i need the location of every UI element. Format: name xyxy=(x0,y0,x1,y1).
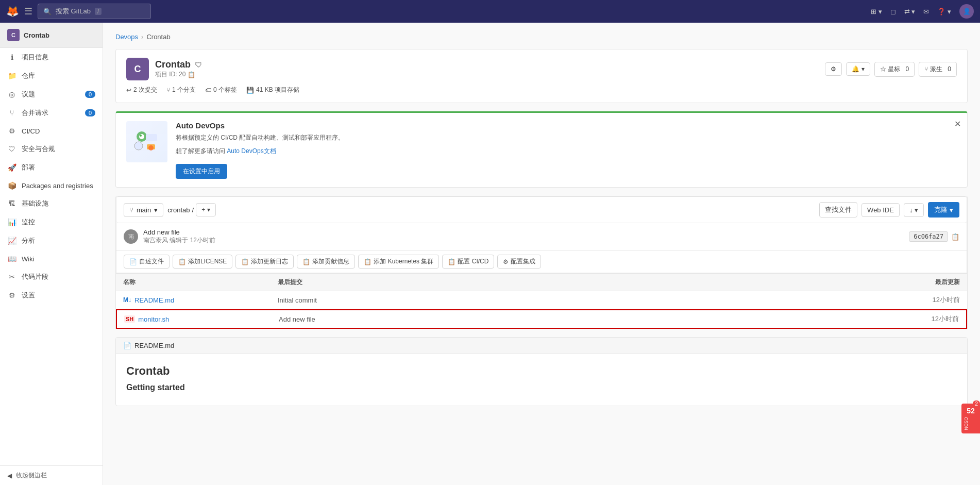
commit-hash-area: 6c06fa27 📋 xyxy=(909,231,959,242)
add-contributing-button[interactable]: 📋 添加贡献信息 xyxy=(297,255,355,269)
committer-avatar: 南 xyxy=(124,229,138,244)
table-row[interactable]: SH monitor.sh Add new file 12小时前 xyxy=(116,309,967,329)
sidebar-item-label: 项目信息 xyxy=(22,53,48,62)
branches-icon: ⑂ xyxy=(166,87,170,94)
tags-stat[interactable]: 🏷 0 个标签 xyxy=(205,86,237,94)
readme-content: Crontab Getting started xyxy=(116,354,967,406)
contributing-icon: 📋 xyxy=(302,258,310,265)
notifications-button[interactable]: 🔔 ▾ xyxy=(846,62,870,76)
readme-subtitle: Getting started xyxy=(126,383,957,392)
clone-button[interactable]: 克隆 ▾ xyxy=(928,202,959,218)
sidebar-item-label: CI/CD xyxy=(22,127,40,135)
repo-actions: 查找文件 Web IDE ↓ ▾ 克隆 ▾ xyxy=(819,202,959,218)
configure-integration-button[interactable]: ⚙ 配置集成 xyxy=(497,255,541,269)
search-bar[interactable]: 🔍 搜索 GitLab / xyxy=(38,4,151,19)
file-link[interactable]: monitor.sh xyxy=(138,315,169,323)
readme-header: 📄 README.md xyxy=(116,338,967,354)
sidebar-item-cicd[interactable]: ⚙ CI/CD xyxy=(0,122,103,140)
repo-path[interactable]: crontab xyxy=(167,206,190,214)
file-date: 12小时前 xyxy=(897,314,959,324)
cicd-icon: ⚙ xyxy=(7,127,16,135)
sidebar-item-analytics[interactable]: 📈 分析 xyxy=(0,231,103,250)
path-breadcrumb: crontab / + ▾ xyxy=(167,203,215,216)
private-icon: 🛡 xyxy=(195,61,202,69)
file-link[interactable]: README.md xyxy=(134,296,174,304)
autodevops-link[interactable]: Auto DevOps文档 xyxy=(227,147,276,155)
collapse-icon: ◀ xyxy=(7,472,12,479)
help-icon[interactable]: ❓ ▾ xyxy=(937,8,951,15)
sidebar-item-wiki[interactable]: 📖 Wiki xyxy=(0,250,103,267)
add-file-button[interactable]: + ▾ xyxy=(196,203,215,216)
todos-icon[interactable]: ✉ xyxy=(923,8,929,15)
close-banner-button[interactable]: ✕ xyxy=(954,119,961,129)
commits-stat[interactable]: ↩ 2 次提交 xyxy=(126,86,157,94)
autodevops-description: 将根据预定义的 CI/CD 配置自动构建、测试和部署应用程序。 xyxy=(176,133,344,142)
branches-stat[interactable]: ⑂ 1 个分支 xyxy=(166,86,196,94)
autodevops-banner: Auto DevOps 将根据预定义的 CI/CD 配置自动构建、测试和部署应用… xyxy=(115,111,968,188)
add-kubernetes-button[interactable]: 📋 添加 Kubernetes 集群 xyxy=(358,255,439,269)
branch-selector[interactable]: ⑂ main ▾ xyxy=(124,203,163,217)
readme-title: Crontab xyxy=(126,364,957,378)
info-icon: ℹ xyxy=(7,53,16,61)
merge-badge: 0 xyxy=(85,109,95,116)
analytics-icon: 📈 xyxy=(7,237,16,245)
configure-cicd-button[interactable]: 📋 配置 CI/CD xyxy=(442,255,494,269)
copy-hash-icon[interactable]: 📋 xyxy=(951,233,959,241)
sidebar-item-settings[interactable]: ⚙ 设置 xyxy=(0,286,103,305)
web-ide-button[interactable]: Web IDE xyxy=(861,203,900,217)
project-header: C Crontab 🛡 项目 ID: 20 📋 ⚙ 🔔 ▾ ☆ 星标 xyxy=(115,49,968,103)
add-changelog-button[interactable]: 📋 添加更新日志 xyxy=(235,255,294,269)
sidebar-item-monitor[interactable]: 📊 监控 xyxy=(0,213,103,231)
chevron-down-icon: ▾ xyxy=(950,206,953,214)
storage-stat: 💾 41 KB 项目存储 xyxy=(246,86,299,94)
find-file-button[interactable]: 查找文件 xyxy=(819,202,857,218)
column-date-header: 最后更新 xyxy=(898,278,960,287)
merge-requests-icon[interactable]: ⇄ ▾ xyxy=(904,8,916,15)
commit-hash[interactable]: 6c06fa27 xyxy=(909,231,948,242)
sidebar-project-header[interactable]: C Crontab xyxy=(0,23,103,48)
svg-point-3 xyxy=(140,135,142,137)
wiki-icon: 📖 xyxy=(7,255,16,263)
enable-autodevops-button[interactable]: 在设置中启用 xyxy=(176,164,227,179)
quick-actions: 📄 自述文件 📋 添加LICENSE 📋 添加更新日志 📋 添加贡献信息 📋 xyxy=(116,250,967,273)
project-title-info: Crontab 🛡 项目 ID: 20 📋 xyxy=(155,59,819,79)
download-button[interactable]: ↓ ▾ xyxy=(904,203,924,217)
sidebar-item-project-info[interactable]: ℹ 项目信息 xyxy=(0,48,103,66)
sidebar-project-name: Crontab xyxy=(24,31,49,39)
sidebar-collapse-button[interactable]: ◀ 收起侧边栏 xyxy=(0,465,103,485)
sidebar-item-label: 分析 xyxy=(22,236,35,245)
sidebar-item-packages[interactable]: 📦 Packages and registries xyxy=(0,177,103,194)
table-row[interactable]: M↓ README.md Initial commit 12小时前 xyxy=(116,291,967,309)
star-button[interactable]: ☆ 星标 0 xyxy=(874,62,915,77)
csdn-number: 52 xyxy=(964,407,978,415)
sidebar-item-issues[interactable]: ◎ 议题 0 xyxy=(0,85,103,104)
issues-icon[interactable]: ◻ xyxy=(890,8,896,15)
readme-file-icon: 📄 xyxy=(123,342,131,349)
readme-filename: README.md xyxy=(134,342,174,349)
new-dropdown[interactable]: ⊞ ▾ xyxy=(871,8,882,15)
sidebar-item-infrastructure[interactable]: 🏗 基础设施 xyxy=(0,194,103,213)
user-avatar[interactable]: 👤 xyxy=(959,4,974,19)
add-license-button[interactable]: 📋 添加LICENSE xyxy=(173,255,232,269)
sidebar-item-security[interactable]: 🛡 安全与合规 xyxy=(0,140,103,158)
breadcrumb-parent[interactable]: Devops xyxy=(115,33,138,41)
sidebar-item-snippets[interactable]: ✂ 代码片段 xyxy=(0,267,103,286)
settings-button[interactable]: ⚙ xyxy=(825,62,842,76)
repo-controls: ⑂ main ▾ crontab / + ▾ 查找文件 Web IDE ↓ ▾ … xyxy=(116,196,967,223)
fork-button[interactable]: ⑂ 派生 0 xyxy=(919,62,957,77)
search-placeholder: 搜索 GitLab xyxy=(56,7,91,16)
sidebar-item-repository[interactable]: 📁 仓库 xyxy=(0,66,103,85)
sidebar-item-label: 议题 xyxy=(22,90,35,99)
sidebar-item-merge-requests[interactable]: ⑂ 合并请求 0 xyxy=(0,104,103,122)
autodevops-link-row: 想了解更多请访问 Auto DevOps文档 xyxy=(176,146,344,156)
csdn-widget[interactable]: 2 52 CSDN xyxy=(961,404,980,433)
file-table-header: 名称 最后提交 最后更新 xyxy=(116,273,967,291)
copy-id-icon[interactable]: 📋 xyxy=(188,71,195,78)
file-icon: M↓ xyxy=(123,296,131,304)
add-readme-button[interactable]: 📄 自述文件 xyxy=(124,255,170,269)
svg-point-6 xyxy=(148,145,154,150)
top-nav-right: ⊞ ▾ ◻ ⇄ ▾ ✉ ❓ ▾ 👤 xyxy=(871,4,974,19)
path-separator: / xyxy=(192,206,194,214)
hamburger-menu[interactable]: ☰ xyxy=(24,6,32,17)
sidebar-item-deploy[interactable]: 🚀 部署 xyxy=(0,158,103,177)
